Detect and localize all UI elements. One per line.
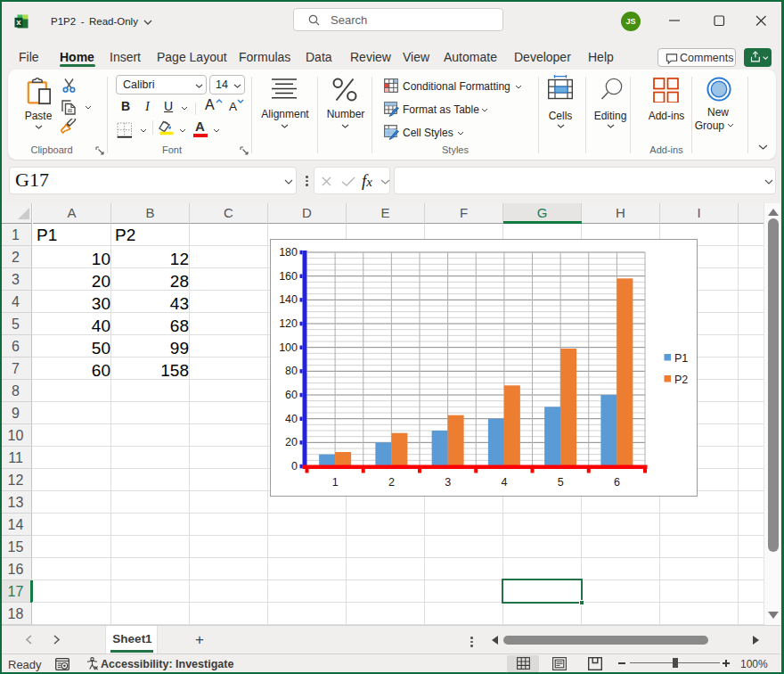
svg-text:1: 1 bbox=[332, 476, 339, 489]
svg-text:P2: P2 bbox=[674, 374, 688, 386]
svg-text:2: 2 bbox=[388, 476, 395, 489]
svg-text:P1: P1 bbox=[674, 352, 688, 365]
svg-text:160: 160 bbox=[279, 270, 298, 283]
svg-text:60: 60 bbox=[285, 389, 298, 401]
svg-text:4: 4 bbox=[501, 476, 507, 489]
svg-text:x: x bbox=[16, 17, 21, 27]
svg-text:140: 140 bbox=[279, 293, 298, 306]
svg-text:3: 3 bbox=[445, 476, 451, 489]
svg-text:20: 20 bbox=[285, 436, 298, 448]
svg-text:120: 120 bbox=[279, 317, 298, 330]
svg-text:80: 80 bbox=[285, 365, 298, 377]
svg-text:0: 0 bbox=[291, 460, 298, 473]
svg-text:5: 5 bbox=[558, 476, 564, 489]
svg-text:6: 6 bbox=[614, 476, 620, 489]
svg-text:100: 100 bbox=[279, 341, 298, 354]
svg-text:40: 40 bbox=[285, 413, 298, 425]
svg-text:180: 180 bbox=[279, 246, 298, 259]
